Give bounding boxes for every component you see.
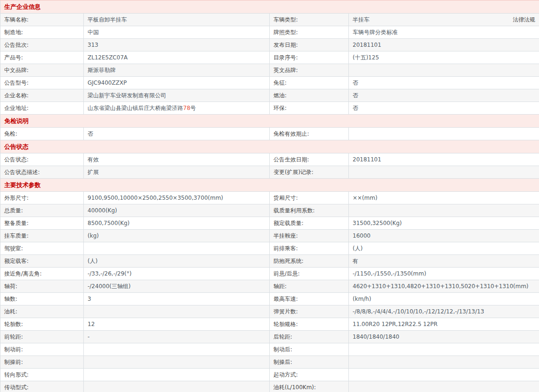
table-row: 免检:否免检有效期止: <box>0 128 539 140</box>
field-value: 40000(Kg) <box>84 204 270 217</box>
table-row: 外形尺寸:9100,9500,10000×2500,2550×3500,3700… <box>0 192 539 204</box>
field-label: 额定载质量: <box>270 217 349 230</box>
table-row: 产品号:ZL12E5ZC07A目录序号:(十五)125 <box>0 51 539 64</box>
table-row: 企业地址:山东省梁山县梁山镇后庄大桥南梁济路78号环保:否 <box>0 102 539 115</box>
field-value: ZL12E5ZC07A <box>84 51 270 64</box>
field-label: 驾驶室: <box>0 242 84 255</box>
table-row: 企业名称:梁山新宇车业研发制造有限公司燃油:否 <box>0 89 539 102</box>
field-value: (kg) <box>84 230 270 242</box>
field-value <box>349 166 539 179</box>
field-value: 梁山新宇车业研发制造有限公司 <box>84 89 270 102</box>
field-label: 变更(扩展)记录: <box>270 166 349 179</box>
field-label: 发布日期: <box>270 39 349 51</box>
field-label: 前排乘客: <box>270 242 349 255</box>
table-row: 轴荷:-/24000(三轴组)轴距:4620+1310+1310,4820+13… <box>0 280 539 293</box>
field-value: 11.00R20 12PR,12R22.5 12PR <box>349 318 539 331</box>
field-value: 20181101 <box>349 39 539 51</box>
vehicle-info-table: 生产企业信息车辆名称:平板自卸半挂车车辆类型:法律法规半挂车制造地:中国牌照类型… <box>0 0 539 392</box>
section-header-row: 生产企业信息 <box>0 0 539 14</box>
field-value: 16000 <box>349 230 539 242</box>
field-label: 轴距: <box>270 280 349 293</box>
field-value: 8500,7500(Kg) <box>84 217 270 230</box>
field-label: 额定载客: <box>0 255 84 268</box>
highlighted-text: 78 <box>183 105 190 111</box>
field-label: 制动前: <box>0 343 84 356</box>
field-label: 牌照类型: <box>270 26 349 39</box>
field-label: 接近角/离去角: <box>0 268 84 280</box>
field-label: 总质量: <box>0 204 84 217</box>
field-value: 有效 <box>84 153 270 166</box>
table-row: 公告批次:313发布日期:20181101 <box>0 39 539 51</box>
table-row: 轮胎数:12轮胎规格:11.00R20 12PR,12R22.5 12PR <box>0 318 539 331</box>
section-title: 公告状态 <box>0 140 539 153</box>
field-value <box>84 343 270 356</box>
field-label: 车辆名称: <box>0 14 84 26</box>
field-value <box>84 305 270 318</box>
field-value <box>349 128 539 140</box>
field-label: 轴荷: <box>0 280 84 293</box>
field-value: 否 <box>84 128 270 140</box>
field-label: 最高车速: <box>270 293 349 305</box>
field-label: 载质量利用系数: <box>270 204 349 217</box>
field-value: 斯派菲勒牌 <box>84 64 270 77</box>
field-label: 前轮距: <box>0 331 84 343</box>
table-row: 传动型式:油耗(L/100Km): <box>0 381 539 392</box>
field-value: 法律法规半挂车 <box>349 14 539 26</box>
table-row: 制造地:中国牌照类型:车辆号牌分类标准 <box>0 26 539 39</box>
field-label: 企业地址: <box>0 102 84 115</box>
table-row: 制动前:制动后: <box>0 343 539 356</box>
field-label: 免检: <box>0 128 84 140</box>
field-label: 油耗(L/100Km): <box>270 381 349 392</box>
field-value: -/33,-/26,-/29(°) <box>84 268 270 280</box>
field-label: 制造地: <box>0 26 84 39</box>
field-value: 扩展 <box>84 166 270 179</box>
field-value: 313 <box>84 39 270 51</box>
section-header-row: 主要技术参数 <box>0 179 539 192</box>
field-value: (十五)125 <box>349 51 539 64</box>
field-value: 4620+1310+1310,4820+1310+1310,5020+1310+… <box>349 280 539 293</box>
field-label: 制动后: <box>270 343 349 356</box>
field-value: 平板自卸半挂车 <box>84 14 270 26</box>
field-label: 企业名称: <box>0 89 84 102</box>
field-value-text: 山东省梁山县梁山镇后庄大桥南梁济路 <box>88 105 183 111</box>
field-value <box>349 356 539 369</box>
field-value: 9100,9500,10000×2500,2550×3500,3700(mm) <box>84 192 270 204</box>
table-row: 油耗:弹簧片数:-/8/8/8,-/4/4/4,-/10/10/10,-/12/… <box>0 305 539 318</box>
field-label: 车辆类型: <box>270 14 349 26</box>
field-label: 轮胎数: <box>0 318 84 331</box>
field-value-text: 号 <box>190 105 196 111</box>
field-label: 防抱死系统: <box>270 255 349 268</box>
field-label: 目录序号: <box>270 51 349 64</box>
field-label: 公告型号: <box>0 77 84 89</box>
field-label: 燃油: <box>270 89 349 102</box>
field-label: 整备质量: <box>0 217 84 230</box>
field-label: 公告状态: <box>0 153 84 166</box>
field-label: 公告状态描述: <box>0 166 84 179</box>
table-row: 中文品牌:斯派菲勒牌英文品牌: <box>0 64 539 77</box>
field-value: -/1150,-/1550,-/1350(mm) <box>349 268 539 280</box>
field-value: (人) <box>84 255 270 268</box>
field-value <box>349 204 539 217</box>
legal-regulations-link[interactable]: 法律法规 <box>513 14 535 26</box>
field-value: ××(mm) <box>349 192 539 204</box>
field-value: 车辆号牌分类标准 <box>349 26 539 39</box>
field-label: 后轮距: <box>270 331 349 343</box>
field-label: 免征: <box>270 77 349 89</box>
field-value <box>349 369 539 381</box>
field-label: 外形尺寸: <box>0 192 84 204</box>
field-value: 12 <box>84 318 270 331</box>
table-row: 制操前:制操后: <box>0 356 539 369</box>
field-value: 山东省梁山县梁山镇后庄大桥南梁济路78号 <box>84 102 270 115</box>
table-row: 轴数:3最高车速:(km/h) <box>0 293 539 305</box>
field-value <box>349 381 539 392</box>
section-title: 免检说明 <box>0 115 539 128</box>
table-row: 总质量:40000(Kg)载质量利用系数: <box>0 204 539 217</box>
section-title: 主要技术参数 <box>0 179 539 192</box>
field-value <box>84 381 270 392</box>
field-value: GJC9400ZZXP <box>84 77 270 89</box>
field-label: 制操前: <box>0 356 84 369</box>
field-value: - <box>84 331 270 343</box>
field-value <box>84 242 270 255</box>
field-value: -/24000(三轴组) <box>84 280 270 293</box>
table-row: 公告型号:GJC9400ZZXP免征:否 <box>0 77 539 89</box>
